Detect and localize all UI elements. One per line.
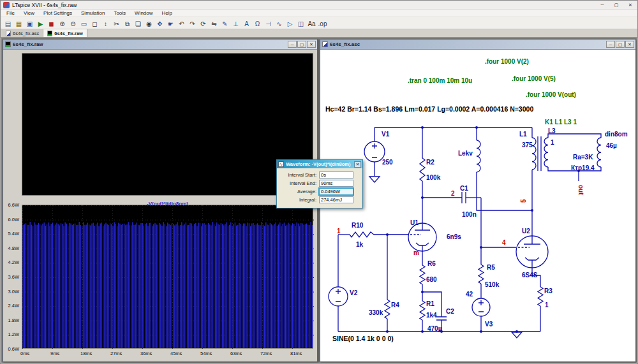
resistor-r2[interactable] xyxy=(420,158,425,181)
din8om-value[interactable]: 46µ xyxy=(606,142,617,149)
menu-plot-settings[interactable]: Plot Settings xyxy=(39,10,77,17)
place-ground-button[interactable]: ⊥ xyxy=(230,18,241,29)
copy-button[interactable]: ⧉ xyxy=(122,18,133,29)
close-icon[interactable]: ✕ xyxy=(354,161,361,168)
node-2[interactable]: 2 xyxy=(451,190,455,197)
v3-value[interactable]: 42 xyxy=(466,291,473,298)
lekv-label[interactable]: Lekv xyxy=(458,150,473,157)
close-button[interactable]: ✕ xyxy=(307,41,316,48)
v1-value[interactable]: 250 xyxy=(382,159,393,166)
l1-value[interactable]: 375 xyxy=(522,142,533,149)
interval-start-input[interactable] xyxy=(319,171,353,178)
maximize-button[interactable]: ▢ xyxy=(616,41,625,48)
r2-name[interactable]: R2 xyxy=(426,159,434,166)
spice-directive-button[interactable]: .op xyxy=(317,18,328,29)
ground-symbol-v1[interactable] xyxy=(369,177,380,182)
draw-wire-button[interactable]: ✎ xyxy=(219,18,230,29)
r1-name[interactable]: R1 xyxy=(426,300,434,307)
schematic-canvas[interactable]: .tran 0 100m 10m 10u.four 1000 V(2).four… xyxy=(320,50,635,361)
zoom-full-extents-button[interactable]: ◻ xyxy=(89,18,100,29)
node-m[interactable]: m xyxy=(413,249,419,256)
u1-name[interactable]: U1 xyxy=(410,219,419,226)
directive-four-vout[interactable]: .four 1000 V(out) xyxy=(526,91,576,98)
open-file-button[interactable]: ▦ xyxy=(13,18,24,29)
place-resistor-button[interactable]: Ω xyxy=(252,18,263,29)
node-1[interactable]: 1 xyxy=(337,228,341,235)
v2-name[interactable]: V2 xyxy=(350,289,358,296)
core-params[interactable]: Hc=42 Br=1.14 Bs=1.896 Lm=0.017 Lg=0.000… xyxy=(325,105,533,113)
r5-value[interactable]: 510k xyxy=(485,281,500,288)
place-inductor-button[interactable]: ∿ xyxy=(274,18,285,29)
menu-window[interactable]: Window xyxy=(130,10,157,17)
directive-four-v5[interactable]: .four 1000 V(5) xyxy=(512,75,556,82)
c1-value[interactable]: 100n xyxy=(462,211,477,218)
c1-name[interactable]: C1 xyxy=(460,185,468,192)
r2-value[interactable]: 100k xyxy=(426,174,441,181)
place-label-button[interactable]: A xyxy=(241,18,252,29)
rotate-button[interactable]: ⟳ xyxy=(198,18,209,29)
paste-button[interactable]: ❏ xyxy=(133,18,144,29)
halt-simulation-button[interactable]: ◼ xyxy=(46,18,57,29)
cut-button[interactable]: ✂ xyxy=(111,18,122,29)
ra-annotation[interactable]: Ra=3K xyxy=(573,154,593,161)
din8om-name[interactable]: din8om xyxy=(605,131,628,138)
waveform-viewer[interactable]: 6.6W6.0W5.4W4.8W4.2W3.6W3.0W2.4W1.8W1.2W… xyxy=(3,50,317,361)
close-button[interactable]: ✕ xyxy=(623,1,637,9)
r5-name[interactable]: R5 xyxy=(487,264,495,271)
sine-directive[interactable]: SINE(0 1.4 1k 0 0 0) xyxy=(332,335,394,342)
u2-type[interactable]: 6S4S xyxy=(522,272,538,279)
r6-name[interactable]: R6 xyxy=(427,260,436,267)
find-button[interactable]: ◉ xyxy=(144,18,154,29)
move-button[interactable]: ✥ xyxy=(154,18,165,29)
directive-tran[interactable]: .tran 0 100m 10m 10u xyxy=(408,77,472,84)
maximize-button[interactable]: ▢ xyxy=(609,1,623,9)
place-diode-button[interactable]: ▷ xyxy=(285,18,295,29)
tab-6s4s_fix.raw[interactable]: 6s4s_fix.raw xyxy=(43,29,87,37)
waveform-window-titlebar[interactable]: 6s4s_fix.raw ─▢✕ xyxy=(3,40,317,50)
ground-symbol-main[interactable] xyxy=(512,332,522,338)
capacitor-c1[interactable] xyxy=(462,192,466,203)
drag-button[interactable]: ☛ xyxy=(165,18,176,29)
l3-value[interactable]: 1 xyxy=(551,139,554,146)
r3-value[interactable]: 1 xyxy=(545,302,549,309)
menu-help[interactable]: Help xyxy=(158,10,177,17)
menu-view[interactable]: View xyxy=(19,10,39,17)
v1-name[interactable]: V1 xyxy=(382,131,390,138)
dialog-titlebar[interactable]: ∿ Waveform: -V(out)*I(din8om) ✕ xyxy=(277,160,362,168)
inductor-lekv[interactable] xyxy=(477,140,480,172)
r10-name[interactable]: R10 xyxy=(352,222,364,229)
edit-text-button[interactable]: Aa xyxy=(306,18,317,29)
coupling-directive[interactable]: K1 L1 L3 1 xyxy=(545,119,577,126)
r10-value[interactable]: 1k xyxy=(356,241,364,248)
r6-value[interactable]: 680 xyxy=(426,276,437,283)
inductor-l1[interactable] xyxy=(532,138,536,170)
u2-name[interactable]: U2 xyxy=(522,228,530,235)
resistor-r6[interactable] xyxy=(420,265,425,284)
place-component-button[interactable]: ◫ xyxy=(295,18,306,29)
inductor-l3[interactable] xyxy=(544,138,548,167)
r1-value[interactable]: 1k4 xyxy=(426,312,437,319)
resistor-r4[interactable] xyxy=(385,300,390,319)
interval-end-input[interactable] xyxy=(319,180,353,187)
schematic-wires[interactable] xyxy=(338,127,601,331)
voltage-source-v3[interactable] xyxy=(472,298,490,316)
autorange-y-button[interactable]: ↕ xyxy=(100,18,111,29)
minimize-button[interactable]: ─ xyxy=(606,41,615,48)
minimize-button[interactable]: ─ xyxy=(288,41,297,48)
resistor-r10[interactable] xyxy=(350,232,374,237)
directive-four-v2[interactable]: .four 1000 V(2) xyxy=(485,58,529,65)
capacitor-c2[interactable] xyxy=(436,317,447,320)
menu-file[interactable]: File xyxy=(2,10,19,17)
integral-input[interactable] xyxy=(319,196,353,203)
zoom-out-button[interactable]: ⊖ xyxy=(68,18,78,29)
redo-button[interactable]: ↷ xyxy=(187,18,198,29)
resistor-r3[interactable] xyxy=(538,287,543,306)
mirror-button[interactable]: ⇋ xyxy=(209,18,219,29)
l3-name[interactable]: L3 xyxy=(548,127,556,135)
resistor-r5[interactable] xyxy=(478,265,484,284)
v3-name[interactable]: V3 xyxy=(485,321,493,328)
voltage-source-v2[interactable] xyxy=(329,287,348,306)
maximize-button[interactable]: ▢ xyxy=(297,41,306,48)
tube-u1[interactable] xyxy=(408,223,436,251)
save-button[interactable]: ▣ xyxy=(24,18,35,29)
